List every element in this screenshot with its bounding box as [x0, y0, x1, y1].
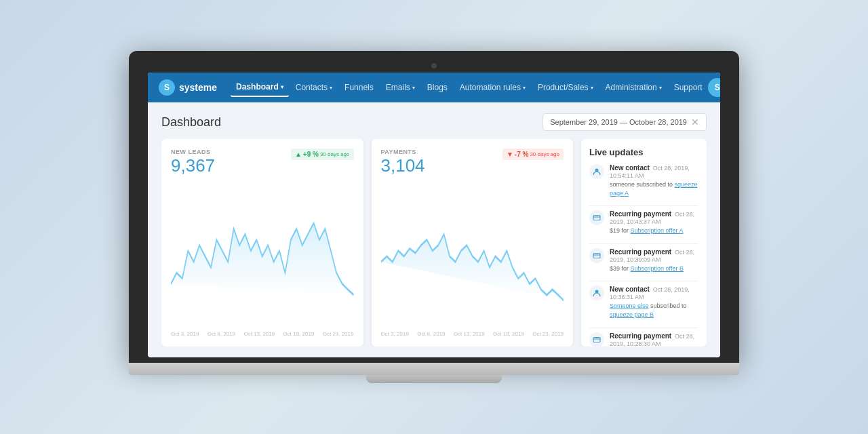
payments-badge-sub: 30 days ago	[530, 151, 559, 157]
live-item-link-3a[interactable]: Someone else	[610, 302, 649, 309]
live-divider-2	[589, 281, 698, 281]
date-range-label: September 29, 2019 — October 28, 2019	[550, 118, 687, 126]
payments-date-1: Oct 3, 2019	[381, 331, 409, 337]
live-item-desc-3: Someone else subscribed to squeeze page …	[610, 302, 698, 319]
date-range-close-icon[interactable]: ✕	[691, 117, 699, 127]
live-item-payment-icon-1	[589, 210, 604, 225]
nav-dashboard[interactable]: Dashboard ▾	[231, 78, 289, 97]
live-item-title-3: New contact	[610, 285, 650, 293]
live-item-desc-2: $39 for Subscription offer B	[610, 264, 698, 273]
contacts-caret: ▾	[330, 85, 332, 91]
laptop-stand	[366, 375, 502, 383]
live-item-contact-icon-3	[589, 285, 604, 300]
live-item-3: New contact Oct 28, 2019, 10:36:31 AM So…	[589, 285, 698, 319]
date-range-picker[interactable]: September 29, 2019 — October 28, 2019 ✕	[542, 113, 707, 131]
charts-area: NEW LEADS 9,367 ▲ +9 % 30 days ago	[161, 139, 573, 347]
live-item-link-2[interactable]: Subscription offer B	[631, 265, 684, 272]
payments-chart-area	[381, 184, 564, 328]
live-divider-1	[589, 243, 698, 244]
nav-automation[interactable]: Automation rules ▾	[454, 79, 531, 96]
svg-rect-2	[593, 253, 600, 258]
page-header: Dashboard September 29, 2019 — October 2…	[161, 113, 707, 131]
live-updates-panel: Live updates New contact Oct 28, 2019, 1…	[581, 139, 707, 347]
dashboard-grid: NEW LEADS 9,367 ▲ +9 % 30 days ago	[161, 139, 707, 347]
nav-contacts[interactable]: Contacts ▾	[290, 79, 338, 96]
live-item-content-2: Recurring payment Oct 28, 2019, 10:39:09…	[610, 248, 698, 273]
payments-chart-badge: ▼ -7 % 30 days ago	[502, 149, 564, 160]
live-updates-title: Live updates	[589, 147, 698, 157]
live-item-link-1[interactable]: Subscription offer A	[631, 227, 684, 234]
payments-badge-value: -7 %	[515, 151, 529, 158]
admin-caret: ▾	[659, 85, 662, 91]
leads-badge-arrow: ▲	[295, 151, 302, 158]
nav-funnels[interactable]: Funnels	[339, 79, 379, 96]
svg-rect-1	[593, 216, 600, 220]
page-title: Dashboard	[161, 115, 221, 130]
leads-badge-value: +9 %	[303, 151, 319, 158]
screen-bezel: S systeme Dashboard ▾ Contacts ▾	[129, 51, 739, 363]
leads-chart-card: NEW LEADS 9,367 ▲ +9 % 30 days ago	[161, 139, 363, 347]
live-item-content-1: Recurring payment Oct 28, 2019, 10:43:37…	[610, 210, 698, 235]
payments-chart-header: PAYMENTS 3,104 ▼ -7 % 30 days ago	[381, 149, 564, 182]
live-item-2: Recurring payment Oct 28, 2019, 10:39:09…	[589, 248, 698, 273]
navbar: S systeme Dashboard ▾ Contacts ▾	[148, 73, 720, 102]
live-item-contact-icon-0	[589, 164, 604, 179]
leads-chart-area	[171, 184, 354, 328]
payments-date-5: Oct 23, 2019	[532, 331, 564, 337]
brand-icon: S	[159, 79, 175, 96]
live-item-title-2: Recurring payment	[610, 248, 671, 256]
brand: S systeme	[159, 79, 217, 96]
automation-caret: ▾	[523, 85, 526, 91]
payments-date-4: Oct 18, 2019	[493, 331, 524, 337]
laptop-camera	[431, 63, 437, 68]
nav-support[interactable]: Support	[669, 79, 708, 96]
nav-admin[interactable]: Administration ▾	[600, 79, 667, 96]
payments-date-3: Oct 13, 2019	[454, 331, 485, 337]
payments-chart-dates: Oct 3, 2019 Oct 8, 2019 Oct 13, 2019 Oct…	[381, 331, 564, 337]
live-item-title-0: New contact	[610, 164, 650, 172]
leads-chart-header: NEW LEADS 9,367 ▲ +9 % 30 days ago	[171, 149, 354, 182]
live-item-desc-0: someone subscribed to squeeze page A	[610, 180, 698, 197]
live-item-title-1: Recurring payment	[610, 210, 671, 218]
payments-chart-value: 3,104	[381, 155, 425, 176]
leads-date-5: Oct 23, 2019	[323, 331, 354, 337]
nav-right: S ▾ EN	[708, 78, 720, 97]
app-container: S systeme Dashboard ▾ Contacts ▾	[148, 73, 720, 357]
live-item-1: Recurring payment Oct 28, 2019, 10:43:37…	[589, 210, 698, 235]
payments-chart-card: PAYMENTS 3,104 ▼ -7 % 30 days ago	[372, 139, 574, 347]
leads-date-4: Oct 18, 2019	[283, 331, 315, 337]
payments-date-2: Oct 8, 2019	[417, 331, 445, 337]
svg-rect-4	[593, 337, 600, 342]
live-item-desc-1: $19 for Subscription offer A	[610, 226, 698, 235]
live-divider-3	[589, 328, 698, 328]
laptop-shell: S systeme Dashboard ▾ Contacts ▾	[129, 51, 739, 383]
leads-date-1: Oct 3, 2019	[171, 331, 199, 337]
live-item-payment-icon-4	[589, 332, 604, 347]
main-content: Dashboard September 29, 2019 — October 2…	[148, 102, 720, 357]
leads-chart-value: 9,367	[171, 155, 215, 176]
laptop-base	[129, 363, 739, 375]
live-item-content-3: New contact Oct 28, 2019, 10:36:31 AM So…	[610, 285, 698, 319]
leads-badge-sub: 30 days ago	[320, 151, 350, 157]
live-item-title-4: Recurring payment	[610, 332, 671, 340]
nav-blogs[interactable]: Blogs	[422, 79, 453, 96]
payments-chart-svg	[381, 184, 564, 328]
products-caret: ▾	[591, 85, 593, 91]
dashboard-caret: ▾	[281, 84, 283, 90]
live-divider-0	[589, 205, 698, 206]
live-item-link-3b[interactable]: squeeze page B	[610, 311, 654, 318]
leads-chart-dates: Oct 3, 2019 Oct 8, 2019 Oct 13, 2019 Oct…	[171, 331, 354, 337]
leads-chart-label: NEW LEADS	[171, 149, 215, 155]
laptop-screen: S systeme Dashboard ▾ Contacts ▾	[148, 73, 720, 357]
nav-products[interactable]: Product/Sales ▾	[532, 79, 599, 96]
leads-chart-svg	[171, 184, 354, 328]
leads-date-3: Oct 13, 2019	[243, 331, 275, 337]
live-item-content-0: New contact Oct 28, 2019, 10:54:11 AM so…	[610, 164, 698, 197]
nav-items: Dashboard ▾ Contacts ▾ Funnels Emails	[231, 78, 708, 97]
payments-chart-label: PAYMENTS	[381, 149, 425, 155]
emails-caret: ▾	[412, 85, 415, 91]
user-avatar[interactable]: S	[708, 78, 720, 97]
live-item-content-4: Recurring payment Oct 28, 2019, 10:28:30…	[610, 332, 698, 347]
payments-badge-arrow: ▼	[507, 151, 513, 158]
nav-emails[interactable]: Emails ▾	[380, 79, 420, 96]
